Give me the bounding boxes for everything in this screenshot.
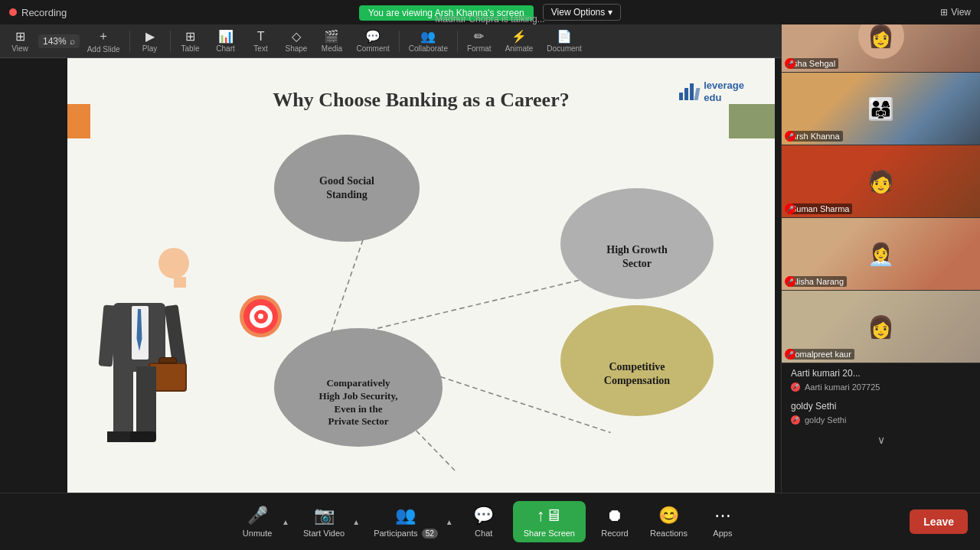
name-section-aarti-sub: 🎤 Aarti kumari 207725 xyxy=(782,380,980,396)
view-icon: ⊞ xyxy=(15,29,25,44)
record-icon: ⏺ xyxy=(606,506,623,526)
start-video-label: Start Video xyxy=(303,529,345,538)
view-button-area[interactable]: ⊞ View xyxy=(940,7,971,18)
participants-group: 👥 Participants 52 ▲ xyxy=(368,501,455,542)
participant-name-arsh: Arsh Khanna xyxy=(788,131,843,142)
shape-icon: ◇ xyxy=(292,29,301,44)
video-slash-icon: 📷 xyxy=(314,506,335,526)
toolbar-play[interactable]: ▶ Play xyxy=(133,28,167,54)
orange-accent-block xyxy=(67,104,90,138)
start-video-group: 📷 Start Video ▲ xyxy=(297,501,361,542)
participant-card-komal: 👩 komalpreet kaur 🎤 xyxy=(782,291,980,363)
unmute-label: Unmute xyxy=(243,529,273,538)
participants-icon: 👥 xyxy=(395,506,416,526)
text-icon: T xyxy=(257,30,265,44)
start-video-arrow[interactable]: ▲ xyxy=(351,513,361,531)
participant-name-suman: Suman Sharma xyxy=(788,203,852,214)
sidebar-down-arrow[interactable]: ∨ xyxy=(782,429,980,451)
share-screen-icon: ↑🖥 xyxy=(537,506,562,526)
format-icon: ✏ xyxy=(474,29,484,44)
speaking-text: Madhur Chopra is talking... xyxy=(435,14,544,24)
mic-slash-icon: 🎤 xyxy=(247,506,268,526)
view-options-label: View Options xyxy=(551,7,605,18)
toolbar-separator-3 xyxy=(399,31,400,52)
chart-icon: 📊 xyxy=(218,29,234,44)
toolbar-collaborate[interactable]: 👥 Collaborate xyxy=(403,28,454,54)
name-section-aarti-sub-text: Aarti kumari 207725 xyxy=(805,382,880,392)
toolbar-animate[interactable]: ⚡ Animate xyxy=(499,28,540,54)
share-screen-button[interactable]: ↑🖥 Share Screen xyxy=(513,501,586,542)
toolbar-comment[interactable]: 💬 Comment xyxy=(350,28,395,54)
top-bar: Recording You are viewing Arsh Khanna's … xyxy=(0,0,980,24)
slide-container: Why Choose Banking as a Career? leverage… xyxy=(67,58,775,493)
participants-button[interactable]: 👥 Participants 52 xyxy=(368,501,444,542)
unmute-group: 🎤 Unmute ▲ xyxy=(234,501,291,542)
unmute-button[interactable]: 🎤 Unmute xyxy=(234,501,280,542)
toolbar-separator xyxy=(129,31,130,52)
participant-mic-isha: 🎤 xyxy=(785,58,795,69)
oval-comp-comp-text: CompetitiveCompensation xyxy=(596,353,678,395)
share-screen-label: Share Screen xyxy=(524,529,575,538)
oval-job-sec-text: ComparativelyHigh Job Security,Even in t… xyxy=(312,369,406,437)
unmute-arrow[interactable]: ▲ xyxy=(280,513,291,531)
name-section-goldy-title: goldy Sethi xyxy=(791,401,836,412)
grid-icon: ⊞ xyxy=(940,7,948,18)
toolbar-shape[interactable]: ◇ Shape xyxy=(279,28,314,54)
toolbar-text[interactable]: T Text xyxy=(244,28,278,54)
name-section-goldy: goldy Sethi xyxy=(782,396,980,413)
toolbar: ⊞ View 143% ⌕ ＋ Add Slide ▶ Play ⊞ Table… xyxy=(0,24,781,58)
participant-name-komal: komalpreet kaur xyxy=(788,349,854,360)
right-sidebar: ∧ 👩 Isha Sehgal 🎤 👨‍👩‍👧 Arsh Khanna 🎤 🧑 … xyxy=(781,0,980,493)
toolbar-add-slide[interactable]: ＋ Add Slide xyxy=(81,27,126,55)
reactions-button[interactable]: 😊 Reactions xyxy=(644,501,694,542)
apps-icon: ⋯ xyxy=(714,506,731,526)
participant-mic-suman: 🎤 xyxy=(785,203,795,214)
oval-high-growth-text: High GrowthSector xyxy=(599,236,675,278)
comment-icon: 💬 xyxy=(365,29,381,44)
record-button[interactable]: ⏺ Record xyxy=(592,501,638,542)
chat-button[interactable]: 💬 Chat xyxy=(461,501,507,542)
oval-high-growth: High GrowthSector xyxy=(560,188,714,299)
zoom-icon: ⌕ xyxy=(70,36,75,47)
toolbar-separator-2 xyxy=(170,31,171,52)
apps-button[interactable]: ⋯ Apps xyxy=(700,501,746,542)
toolbar-chart[interactable]: 📊 Chart xyxy=(209,28,243,54)
mic-icon-aarti: 🎤 xyxy=(791,382,800,392)
participant-mic-komal: 🎤 xyxy=(785,349,795,360)
slide-title: Why Choose Banking as a Career? xyxy=(113,89,729,112)
name-section-goldy-sub-text: goldy Sethi xyxy=(805,415,846,425)
participant-card-arsh: 👨‍👩‍👧 Arsh Khanna 🎤 xyxy=(782,73,980,145)
reactions-label: Reactions xyxy=(650,529,688,538)
chevron-down-icon: ▾ xyxy=(608,7,612,18)
zoom-value: 143% xyxy=(43,36,67,47)
participant-mic-alisha: 🎤 xyxy=(785,276,795,287)
name-section-aarti-title: Aarti kumari 20... xyxy=(791,368,861,379)
name-section-goldy-sub: 🎤 goldy Sethi xyxy=(782,413,980,429)
participant-name-alisha: Alisha Narang xyxy=(788,276,847,287)
view-options-button[interactable]: View Options ▾ xyxy=(543,4,621,21)
zoom-control[interactable]: 143% ⌕ xyxy=(38,34,80,48)
person-figure xyxy=(90,248,190,462)
toolbar-document[interactable]: 📄 Document xyxy=(541,28,588,54)
document-icon: 📄 xyxy=(557,29,572,44)
recording-dot xyxy=(9,8,17,16)
oval-good-social-text: Good SocialStanding xyxy=(312,167,382,210)
name-section-aarti: Aarti kumari 20... xyxy=(782,363,980,380)
slide-inner: Why Choose Banking as a Career? leverage… xyxy=(67,58,775,493)
toolbar-view[interactable]: ⊞ View xyxy=(3,28,37,54)
toolbar-separator-4 xyxy=(457,31,458,52)
participants-arrow[interactable]: ▲ xyxy=(444,513,455,531)
toolbar-table[interactable]: ⊞ Table xyxy=(174,28,207,54)
start-video-button[interactable]: 📷 Start Video xyxy=(297,501,351,542)
add-slide-icon: ＋ xyxy=(97,28,109,44)
record-label: Record xyxy=(601,529,628,538)
participant-card-alisha: 👩‍💼 Alisha Narang 🎤 xyxy=(782,218,980,291)
logo-bars xyxy=(679,83,699,100)
view-label: View xyxy=(951,7,971,18)
collaborate-icon: 👥 xyxy=(420,29,436,44)
toolbar-format[interactable]: ✏ Format xyxy=(461,28,498,54)
slide-logo-area: leverageedu xyxy=(679,80,744,103)
target-bullseye xyxy=(240,295,282,337)
toolbar-media[interactable]: 🎬 Media xyxy=(315,28,348,54)
leave-button[interactable]: Leave xyxy=(910,509,968,534)
